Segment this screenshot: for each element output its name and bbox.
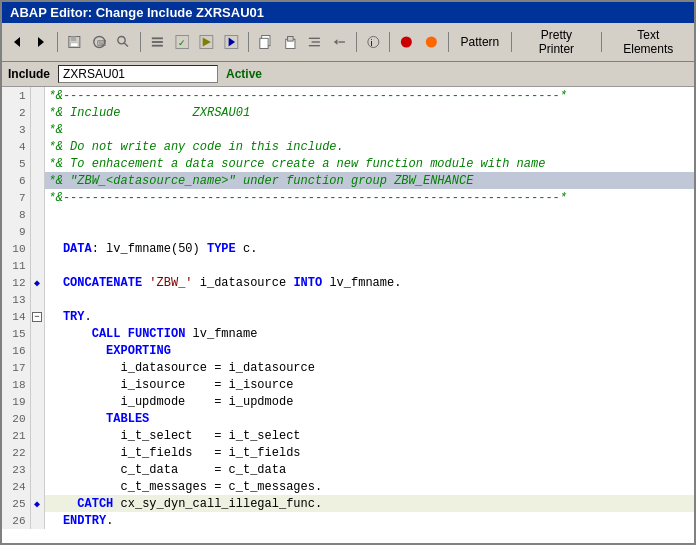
line-number: 21 [2,427,30,444]
fold-icon [30,223,44,240]
line-number: 12 [2,274,30,291]
fold-icon [30,155,44,172]
code-line[interactable] [44,257,694,274]
code-line[interactable] [44,206,694,223]
code-line[interactable]: *& "ZBW_<datasource_name>" under functio… [44,172,694,189]
table-row: 26 ENDTRY. [2,512,694,529]
toolbar: ⌨ ✓ i [2,23,694,62]
back-btn[interactable] [6,31,28,53]
fold-icon [30,206,44,223]
svg-rect-10 [152,41,163,43]
line-number: 4 [2,138,30,155]
line-number: 10 [2,240,30,257]
table-row: 1*&-------------------------------------… [2,87,694,104]
code-line[interactable]: *& Include ZXRSAU01 [44,104,694,121]
code-line[interactable]: ENDTRY. [44,512,694,529]
code-line[interactable]: *&--------------------------------------… [44,189,694,206]
code-line[interactable]: CALL FUNCTION lv_fmname [44,325,694,342]
paste-btn[interactable] [279,31,302,53]
copy-btn[interactable] [254,31,277,53]
code-line[interactable] [44,291,694,308]
line-number: 6 [2,172,30,189]
svg-text:⌨: ⌨ [96,39,106,48]
pattern-btn[interactable]: Pattern [454,32,507,52]
table-row: 13 [2,291,694,308]
line-number: 15 [2,325,30,342]
line-number: 23 [2,461,30,478]
text-elements-btn[interactable]: Text Elements [607,25,690,59]
line-number: 7 [2,189,30,206]
line-number: 24 [2,478,30,495]
table-row: 8 [2,206,694,223]
fold-icon [30,478,44,495]
line-number: 20 [2,410,30,427]
code-line[interactable]: TABLES [44,410,694,427]
fold-icon [30,104,44,121]
code-line[interactable]: i_t_fields = i_t_fields [44,444,694,461]
table-row: 7*&-------------------------------------… [2,189,694,206]
include-input[interactable] [58,65,218,83]
table-row: 24 c_t_messages = c_t_messages. [2,478,694,495]
code-line[interactable]: DATA: lv_fmname(50) TYPE c. [44,240,694,257]
line-number: 9 [2,223,30,240]
svg-point-30 [426,36,437,47]
check-btn[interactable]: ✓ [171,31,194,53]
fold-icon [30,444,44,461]
code-line[interactable]: c_t_messages = c_t_messages. [44,478,694,495]
code-line[interactable]: i_t_select = i_t_select [44,427,694,444]
orange-btn[interactable] [420,31,443,53]
app-title: ABAP Editor: Change Include ZXRSAU01 [10,5,264,20]
table-row: 2*& Include ZXRSAU01 [2,104,694,121]
find-btn[interactable] [112,31,135,53]
table-row: 20 TABLES [2,410,694,427]
code-line[interactable]: i_updmode = i_updmode [44,393,694,410]
outdent-btn[interactable] [328,31,351,53]
help-btn[interactable]: i [362,31,385,53]
code-line[interactable]: *&--------------------------------------… [44,87,694,104]
table-row: 19 i_updmode = i_updmode [2,393,694,410]
svg-marker-0 [14,37,20,47]
code-line[interactable]: EXPORTING [44,342,694,359]
code-line[interactable]: *& To enhacement a data source create a … [44,155,694,172]
indent-btn[interactable] [303,31,326,53]
table-row: 10 DATA: lv_fmname(50) TYPE c. [2,240,694,257]
properties-btn[interactable] [146,31,169,53]
test-btn[interactable] [220,31,243,53]
table-row: 21 i_t_select = i_t_select [2,427,694,444]
table-row: 4*& Do not write any code in this includ… [2,138,694,155]
shortcut-btn[interactable]: ⌨ [88,31,111,53]
table-row: 23 c_t_data = c_t_data [2,461,694,478]
code-line[interactable]: CONCATENATE 'ZBW_' i_datasource INTO lv_… [44,274,694,291]
line-number: 14 [2,308,30,325]
save-btn[interactable] [63,31,86,53]
line-number: 17 [2,359,30,376]
code-line[interactable]: c_t_data = c_t_data [44,461,694,478]
line-number: 19 [2,393,30,410]
code-line[interactable]: TRY. [44,308,694,325]
code-line[interactable]: i_datasource = i_datasource [44,359,694,376]
fold-icon[interactable]: ◆ [30,274,44,291]
activate-btn[interactable] [195,31,218,53]
red-btn[interactable] [395,31,418,53]
fold-icon[interactable]: ◆ [30,495,44,512]
table-row: 3*& [2,121,694,138]
line-number: 5 [2,155,30,172]
forward-btn[interactable] [30,31,52,53]
table-row: 22 i_t_fields = i_t_fields [2,444,694,461]
fold-icon [30,87,44,104]
svg-point-7 [118,36,125,43]
fold-icon [30,291,44,308]
fold-icon[interactable]: − [30,308,44,325]
fold-icon [30,410,44,427]
svg-point-29 [401,36,412,47]
code-line[interactable]: *& Do not write any code in this include… [44,138,694,155]
code-line[interactable]: i_isource = i_isource [44,376,694,393]
line-number: 26 [2,512,30,529]
svg-line-8 [125,43,129,47]
fold-icon [30,325,44,342]
pretty-printer-btn[interactable]: Pretty Printer [517,25,595,59]
code-line[interactable]: *& [44,121,694,138]
line-number: 18 [2,376,30,393]
code-line[interactable] [44,223,694,240]
code-line[interactable]: CATCH cx_sy_dyn_call_illegal_func. [44,495,694,512]
